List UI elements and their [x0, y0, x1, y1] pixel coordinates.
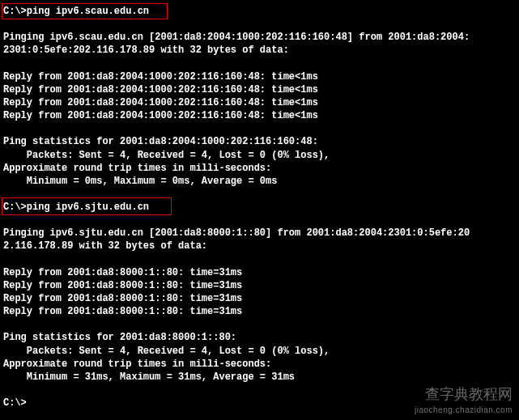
blank-line — [3, 253, 516, 266]
ping-reply: Reply from 2001:da8:2004:1000:202:116:16… — [3, 109, 516, 122]
ping-stats-header: Ping statistics for 2001:da8:2004:1000:2… — [3, 135, 516, 148]
command-prompt[interactable]: C:\> — [3, 397, 516, 409]
ping-reply: Reply from 2001:da8:2004:1000:202:116:16… — [3, 83, 516, 96]
ping-stats-header: Ping statistics for 2001:da8:8000:1::80: — [3, 331, 516, 344]
blank-line — [3, 122, 516, 135]
ping-times: Minimum = 31ms, Maximum = 31ms, Average … — [3, 371, 516, 384]
ping-header: Pinging ipv6.sjtu.edu.cn [2001:da8:8000:… — [3, 227, 516, 240]
command-line: C:\>ping ipv6.sjtu.edu.cn — [3, 201, 516, 214]
ping-approx: Approximate round trip times in milli-se… — [3, 358, 516, 371]
blank-line — [3, 18, 516, 31]
ping-reply: Reply from 2001:da8:8000:1::80: time=31m… — [3, 279, 516, 292]
ping-header: 2.116.178.89 with 32 bytes of data: — [3, 240, 516, 252]
command-line: C:\>ping ipv6.scau.edu.cn — [3, 5, 516, 18]
ping-header: 2301:0:5efe:202.116.178.89 with 32 bytes… — [3, 44, 516, 57]
blank-line — [3, 384, 516, 397]
blank-line — [3, 57, 516, 70]
ping-packets: Packets: Sent = 4, Received = 4, Lost = … — [3, 149, 516, 162]
ping-reply: Reply from 2001:da8:2004:1000:202:116:16… — [3, 96, 516, 109]
ping-header: Pinging ipv6.scau.edu.cn [2001:da8:2004:… — [3, 31, 516, 44]
ping-reply: Reply from 2001:da8:8000:1::80: time=31m… — [3, 305, 516, 318]
ping-reply: Reply from 2001:da8:8000:1::80: time=31m… — [3, 292, 516, 305]
blank-line — [3, 318, 516, 331]
ping-times: Minimum = 0ms, Maximum = 0ms, Average = … — [3, 175, 516, 188]
blank-line — [3, 214, 516, 227]
ping-approx: Approximate round trip times in milli-se… — [3, 162, 516, 175]
ping-packets: Packets: Sent = 4, Received = 4, Lost = … — [3, 345, 516, 358]
ping-reply: Reply from 2001:da8:2004:1000:202:116:16… — [3, 70, 516, 83]
ping-reply: Reply from 2001:da8:8000:1::80: time=31m… — [3, 266, 516, 279]
blank-line — [3, 188, 516, 201]
